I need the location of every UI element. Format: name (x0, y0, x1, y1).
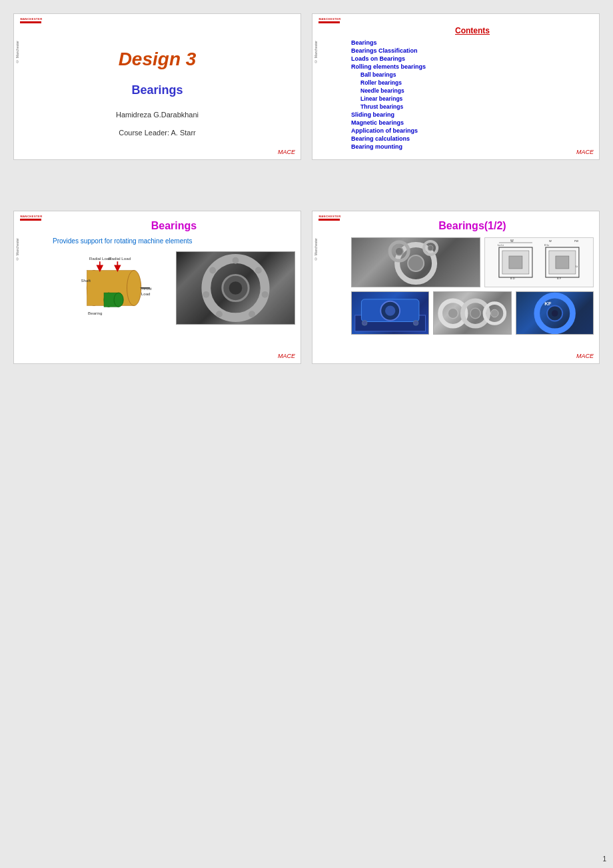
photo-balls-svg (352, 238, 480, 287)
slide2-logo: MANCHESTER (316, 18, 343, 38)
contents-item-magnetic: Magnetic bearings (351, 119, 594, 126)
slide1-main-title: Design 3 (119, 49, 197, 70)
svg-point-17 (229, 281, 243, 295)
bearing-diagram-container: Radial Load Shaft Radial Load Bearing Th… (53, 251, 171, 325)
svg-point-20 (262, 291, 269, 298)
slide4-top-row: W Lo Li B D W FW D Li B F L (351, 237, 594, 287)
slide-1-title[interactable]: MANCHESTER © Manchester Design 3 Bearing… (13, 13, 301, 160)
svg-text:B F: B F (557, 277, 562, 280)
svg-point-55 (470, 308, 480, 318)
svg-point-60 (552, 310, 558, 317)
svg-text:Shaft: Shaft (81, 278, 91, 283)
page-number: 1 (602, 855, 606, 863)
row-spacer (13, 171, 600, 211)
contents-list: Bearings Bearings Classification Loads o… (351, 39, 594, 150)
svg-point-5 (114, 293, 123, 307)
slide3-side-text: © Manchester (15, 238, 19, 261)
svg-text:B D: B D (510, 277, 515, 280)
svg-point-49 (385, 305, 395, 315)
svg-point-50 (362, 321, 367, 326)
bearing-photo (176, 251, 295, 325)
contents-item-rolling: Rolling elements bearings (351, 63, 594, 70)
svg-text:W: W (510, 239, 514, 243)
svg-text:Thrust: Thrust (140, 286, 152, 291)
manchester-logo-3: MANCHESTER (20, 215, 42, 221)
contents-item-calculations: Bearing calculations (351, 135, 594, 142)
slide4-photo-kf: KF (516, 291, 594, 335)
svg-point-18 (233, 257, 239, 264)
slide4-dimension-diagram: W Lo Li B D W FW D Li B F L (484, 237, 594, 287)
svg-point-26 (408, 255, 424, 271)
slide4-title: Bearings(1/2) (351, 220, 594, 232)
svg-text:Lo Li: Lo Li (498, 243, 504, 247)
svg-text:Li: Li (576, 265, 578, 268)
manchester-logo-4: MANCHESTER (318, 215, 340, 221)
svg-rect-33 (509, 256, 522, 269)
contents-item-thrust: Thrust bearings (351, 103, 594, 110)
slide-3-bearings[interactable]: MANCHESTER © Manchester Bearings Provide… (13, 211, 301, 364)
contents-item-application: Application of bearings (351, 127, 594, 134)
svg-point-28 (395, 247, 403, 255)
contents-item-ball: Ball bearings (351, 71, 594, 78)
contents-item-sliding: Sliding bearing (351, 111, 594, 118)
slide1-mace: MACE (278, 149, 295, 155)
svg-point-19 (255, 267, 262, 274)
slide3-images: Radial Load Shaft Radial Load Bearing Th… (53, 251, 295, 325)
svg-text:Bearing: Bearing (88, 311, 103, 315)
dimension-svg: W Lo Li B D W FW D Li B F L (485, 237, 593, 287)
slide1-subtitle: Bearings (131, 83, 183, 97)
slides-row-1: MANCHESTER © Manchester Design 3 Bearing… (13, 13, 600, 160)
slide1-logo: MANCHESTER (18, 18, 45, 38)
slide2-title: Contents (351, 26, 594, 35)
slide4-photo-multiple (433, 291, 511, 335)
svg-text:Load: Load (141, 291, 151, 296)
contents-item-mounting: Bearing mounting (351, 143, 594, 150)
slide3-mace: MACE (278, 353, 295, 359)
slide2-side-text: © Manchester (314, 41, 318, 63)
contents-item-needle: Needle bearings (351, 87, 594, 94)
slide4-bottom-row: KF (351, 291, 594, 335)
bearing-diagram-svg: Radial Load Shaft Radial Load Bearing Th… (53, 251, 171, 325)
kf-svg: KF (516, 292, 593, 335)
slide4-mace: MACE (576, 353, 594, 359)
manchester-logo-2: MANCHESTER (318, 18, 340, 23)
manchester-logo-1: MANCHESTER (20, 18, 42, 23)
svg-point-21 (249, 311, 255, 317)
slide-4-bearings2[interactable]: MANCHESTER © Manchester Bearings(1/2) (312, 211, 600, 364)
slide3-content: Bearings Provides support for rotating m… (19, 217, 295, 325)
contents-item-loads: Loads on Bearings (351, 55, 594, 62)
svg-point-24 (209, 267, 216, 274)
page-wrapper: MANCHESTER © Manchester Design 3 Bearing… (0, 0, 613, 868)
svg-text:D Li: D Li (544, 243, 549, 247)
slide1-course-leader: Course Leader: A. Starr (119, 129, 196, 137)
svg-text:KF: KF (544, 301, 552, 307)
svg-point-53 (448, 308, 458, 318)
svg-point-23 (203, 291, 209, 298)
slide2-contents: Contents Bearings Bearings Classificatio… (318, 19, 594, 150)
contents-item-bearings: Bearings (351, 39, 594, 46)
slides-row-2: MANCHESTER © Manchester Bearings Provide… (13, 211, 600, 364)
slide3-subtitle: Provides support for rotating machine el… (53, 237, 295, 245)
multiple-svg (434, 292, 510, 335)
slide3-title: Bearings (53, 220, 295, 232)
svg-rect-40 (556, 256, 569, 269)
svg-point-51 (413, 321, 418, 326)
slide4-content: Bearings(1/2) (318, 217, 594, 335)
slide3-logo: MANCHESTER (18, 215, 45, 235)
slide4-bearing-photos (351, 237, 480, 287)
slide2-mace: MACE (576, 149, 594, 155)
svg-point-57 (491, 309, 499, 317)
slide1-content: Design 3 Bearings Hamidreza G.Darabkhani… (19, 19, 295, 153)
slide4-photo-pillow (351, 291, 429, 335)
contents-item-roller: Roller bearings (351, 79, 594, 86)
slide4-logo: MANCHESTER (316, 215, 343, 235)
svg-point-30 (428, 245, 433, 251)
svg-text:FW: FW (574, 239, 578, 243)
slide4-side-text: © Manchester (314, 238, 318, 261)
contents-item-linear: Linear bearings (351, 95, 594, 102)
bearing-photo-svg (177, 252, 295, 324)
contents-item-classification: Bearings Classification (351, 47, 594, 54)
svg-text:W: W (549, 239, 552, 243)
slide-2-contents[interactable]: MANCHESTER © Manchester Contents Bearing… (312, 13, 600, 160)
slide4-photo-balls (351, 237, 480, 287)
